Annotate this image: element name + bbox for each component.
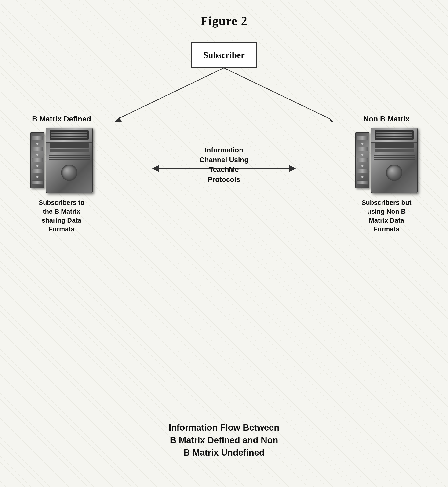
right-disk-array — [355, 132, 369, 188]
disk-light-3 — [36, 165, 39, 167]
left-server-bottom-label: Subscribers to the B Matrix sharing Data… — [39, 198, 84, 234]
right-drive-line-2 — [376, 134, 412, 136]
right-server-group: Non B Matrix — [355, 115, 418, 234]
right-disk-slot-3 — [357, 158, 368, 162]
svg-line-0 — [117, 68, 224, 119]
disk-slot-5 — [32, 180, 43, 185]
left-server-top-label: B Matrix Defined — [32, 115, 91, 123]
drive-line-2 — [51, 134, 87, 136]
right-disk-slot-4 — [357, 169, 368, 173]
bottom-caption-line2: B Matrix Defined and Non — [169, 434, 279, 446]
disk-light-4 — [36, 176, 39, 178]
bottom-caption-line1: Information Flow Between — [169, 422, 279, 434]
figure-title: Figure 2 — [0, 0, 448, 28]
left-server-illustration — [30, 128, 93, 193]
svg-line-2 — [224, 68, 331, 119]
page: Figure 2 Subscriber B Matrix Defined — [0, 0, 448, 487]
right-server-tower — [371, 128, 418, 193]
left-disk-array — [30, 132, 44, 188]
disk-slot-1 — [32, 136, 43, 140]
right-disk-light-1 — [361, 143, 364, 145]
disk-slot-3 — [32, 158, 43, 162]
svg-marker-3 — [329, 117, 333, 122]
right-server-bottom-label: Subscribers but using Non B Matrix Data … — [361, 198, 411, 234]
right-server-illustration — [355, 128, 418, 193]
disk-slot-2 — [32, 147, 43, 151]
right-disk-light-2 — [361, 154, 364, 156]
right-disk-light-4 — [361, 176, 364, 178]
connector-svg — [0, 0, 448, 487]
svg-marker-1 — [115, 117, 122, 122]
channel-label: Information Channel Using TeachMe Protoc… — [199, 145, 248, 184]
bottom-caption: Information Flow Between B Matrix Define… — [169, 422, 279, 459]
right-disk-slot-1 — [357, 136, 368, 140]
right-disk-light-3 — [361, 165, 364, 167]
bottom-caption-line3: B Matrix Undefined — [169, 446, 279, 459]
right-drive-bay — [375, 130, 414, 140]
svg-marker-6 — [289, 165, 296, 172]
subscriber-box: Subscriber — [191, 42, 257, 68]
svg-marker-4 — [152, 165, 159, 172]
right-server-top-label: Non B Matrix — [363, 115, 409, 123]
right-vents — [374, 155, 415, 160]
subscriber-label: Subscriber — [203, 50, 245, 60]
right-floppy — [375, 149, 414, 152]
left-vents — [49, 155, 90, 160]
right-drive-line-1 — [376, 132, 412, 133]
disk-light-2 — [36, 154, 39, 156]
right-disk-slot-2 — [357, 147, 368, 151]
left-server-group: B Matrix Defined — [30, 115, 93, 234]
drive-line-3 — [51, 137, 87, 138]
left-server-circle — [61, 164, 77, 181]
drive-line-1 — [51, 132, 87, 133]
disk-light-1 — [36, 143, 39, 145]
right-cd-drive — [375, 143, 414, 148]
right-drive-line-3 — [376, 137, 412, 138]
left-floppy — [50, 149, 89, 152]
left-cd-drive — [50, 143, 89, 148]
disk-slot-4 — [32, 169, 43, 173]
right-server-circle — [386, 164, 402, 181]
right-disk-slot-5 — [357, 180, 368, 185]
left-server-tower — [46, 128, 93, 193]
left-drive-bay — [50, 130, 89, 140]
